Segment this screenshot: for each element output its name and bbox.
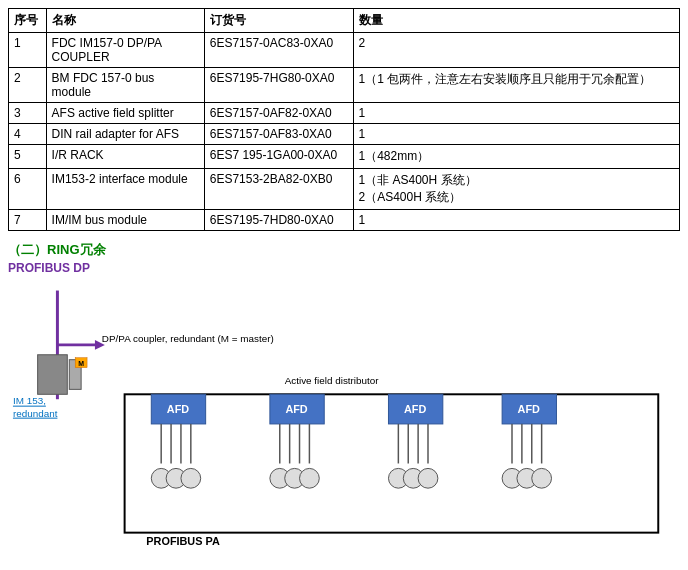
svg-text:PROFIBUS PA: PROFIBUS PA	[146, 535, 220, 547]
table-row: 5I/R RACK6ES7 195-1GA00-0XA01（482mm）	[9, 145, 680, 169]
cell-order: 6ES7195-7HG80-0XA0	[204, 68, 353, 103]
cell-name: AFS active field splitter	[46, 103, 204, 124]
cell-seq: 4	[9, 124, 47, 145]
cell-order: 6ES7 195-1GA00-0XA0	[204, 145, 353, 169]
cell-name: IM/IM bus module	[46, 210, 204, 231]
svg-text:M: M	[78, 360, 84, 367]
cell-seq: 5	[9, 145, 47, 169]
cell-order: 6ES7153-2BA82-0XB0	[204, 169, 353, 210]
table-row: 2BM FDC 157-0 bus module6ES7195-7HG80-0X…	[9, 68, 680, 103]
svg-point-44	[418, 468, 438, 488]
cell-seq: 3	[9, 103, 47, 124]
cell-order: 6ES7157-0AC83-0XA0	[204, 33, 353, 68]
svg-point-38	[181, 468, 201, 488]
svg-text:AFD: AFD	[518, 403, 540, 415]
table-row: 3AFS active field splitter6ES7157-0AF82-…	[9, 103, 680, 124]
profibus-dp-label: PROFIBUS DP	[8, 261, 680, 275]
diagram-container: M IM 153, redundant DP/PA coupler, redun…	[8, 279, 680, 559]
svg-rect-3	[38, 355, 68, 395]
cell-qty: 1	[353, 103, 680, 124]
cell-order: 6ES7157-0AF83-0XA0	[204, 124, 353, 145]
cell-name: IM153-2 interface module	[46, 169, 204, 210]
cell-order: 6ES7157-0AF82-0XA0	[204, 103, 353, 124]
cell-seq: 1	[9, 33, 47, 68]
svg-point-47	[532, 468, 552, 488]
svg-text:DP/PA coupler, redundant (M = : DP/PA coupler, redundant (M = master)	[102, 333, 274, 344]
col-order: 订货号	[204, 9, 353, 33]
cell-qty: 1（1 包两件，注意左右安装顺序且只能用于冗余配置）	[353, 68, 680, 103]
cell-qty: 1（482mm）	[353, 145, 680, 169]
svg-text:AFD: AFD	[404, 403, 426, 415]
col-seq: 序号	[9, 9, 47, 33]
svg-text:Active field distributor: Active field distributor	[285, 375, 380, 386]
svg-point-41	[300, 468, 320, 488]
cell-name: I/R RACK	[46, 145, 204, 169]
cell-qty: 1	[353, 210, 680, 231]
cell-qty: 1	[353, 124, 680, 145]
ring-title: （二）RING冗余	[8, 241, 680, 259]
svg-text:redundant: redundant	[13, 408, 58, 419]
ring-diagram: M IM 153, redundant DP/PA coupler, redun…	[8, 279, 680, 559]
cell-seq: 6	[9, 169, 47, 210]
table-row: 7IM/IM bus module6ES7195-7HD80-0XA01	[9, 210, 680, 231]
svg-text:AFD: AFD	[285, 403, 307, 415]
cell-name: FDC IM157-0 DP/PA COUPLER	[46, 33, 204, 68]
cell-seq: 7	[9, 210, 47, 231]
svg-text:AFD: AFD	[167, 403, 189, 415]
cell-name: BM FDC 157-0 bus module	[46, 68, 204, 103]
cell-name: DIN rail adapter for AFS	[46, 124, 204, 145]
col-name: 名称	[46, 9, 204, 33]
table-row: 6IM153-2 interface module6ES7153-2BA82-0…	[9, 169, 680, 210]
parts-table: 序号 名称 订货号 数量 1FDC IM157-0 DP/PA COUPLER6…	[8, 8, 680, 231]
col-qty: 数量	[353, 9, 680, 33]
cell-seq: 2	[9, 68, 47, 103]
svg-text:IM 153,: IM 153,	[13, 395, 46, 406]
table-row: 4DIN rail adapter for AFS6ES7157-0AF83-0…	[9, 124, 680, 145]
table-row: 1FDC IM157-0 DP/PA COUPLER6ES7157-0AC83-…	[9, 33, 680, 68]
cell-qty: 2	[353, 33, 680, 68]
cell-qty: 1（非 AS400H 系统） 2（AS400H 系统）	[353, 169, 680, 210]
cell-order: 6ES7195-7HD80-0XA0	[204, 210, 353, 231]
